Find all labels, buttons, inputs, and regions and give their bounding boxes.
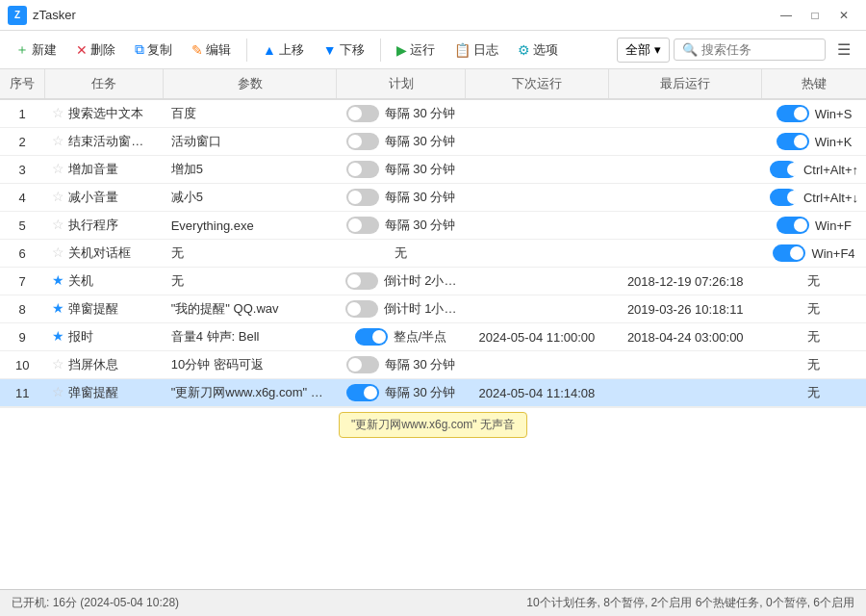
search-input[interactable] bbox=[701, 42, 817, 57]
header-lastrun: 最后运行 bbox=[609, 69, 762, 99]
hotkey-toggle[interactable] bbox=[770, 189, 798, 206]
options-button[interactable]: ⚙ 选项 bbox=[510, 38, 566, 63]
window-controls: — □ ✕ bbox=[772, 2, 858, 29]
star-icon[interactable]: ☆ bbox=[52, 161, 64, 176]
schedule-toggle[interactable] bbox=[346, 189, 379, 206]
table-row[interactable]: 10☆挡屏休息10分钟 密码可返每隔 30 分钟无 bbox=[0, 351, 866, 379]
star-icon[interactable]: ★ bbox=[52, 328, 64, 344]
gear-icon: ⚙ bbox=[518, 42, 530, 58]
schedule-toggle[interactable] bbox=[345, 300, 378, 318]
cell-nextrun: 2024-05-04 11:14:08 bbox=[465, 379, 608, 407]
cell-lastrun bbox=[609, 212, 762, 240]
table-row[interactable]: 6☆关机对话框无无Win+F4 bbox=[0, 240, 866, 268]
new-button[interactable]: ＋ 新建 bbox=[8, 38, 64, 63]
cell-schedule: 整点/半点 bbox=[337, 323, 466, 351]
log-icon: 📋 bbox=[454, 42, 471, 58]
cell-hotkey: Win+F4 bbox=[762, 240, 866, 268]
hotkey-toggle[interactable] bbox=[777, 133, 809, 150]
task-name-text: 弹窗提醒 bbox=[68, 385, 118, 399]
hotkey-text: Ctrl+Alt+↓ bbox=[803, 191, 858, 205]
task-name-text: 增加音量 bbox=[68, 162, 118, 176]
minimize-button[interactable]: — bbox=[772, 2, 801, 29]
schedule-text: 每隔 30 分钟 bbox=[385, 133, 456, 150]
table-row[interactable]: 8★弹窗提醒"我的提醒" QQ.wav倒计时 1小…2019-03-26 10:… bbox=[0, 295, 866, 323]
cell-nextrun bbox=[465, 212, 608, 240]
hotkey-toggle[interactable] bbox=[770, 161, 798, 178]
task-name-text: 搜索选中文本 bbox=[68, 106, 143, 120]
schedule-text: 每隔 30 分钟 bbox=[385, 105, 456, 122]
task-name-text: 关机 bbox=[68, 273, 93, 288]
table-body: 1☆搜索选中文本百度每隔 30 分钟Win+S2☆结束活动窗…活动窗口每隔 30… bbox=[0, 99, 866, 407]
cell-schedule: 无 bbox=[337, 240, 466, 268]
schedule-toggle[interactable] bbox=[346, 384, 379, 401]
hotkey-toggle[interactable] bbox=[777, 105, 809, 122]
cell-schedule: 倒计时 2小… bbox=[337, 268, 466, 295]
schedule-toggle[interactable] bbox=[346, 356, 379, 373]
star-icon[interactable]: ☆ bbox=[52, 356, 64, 372]
status-bar: 已开机: 16分 (2024-05-04 10:28) 10个计划任务, 8个暂… bbox=[0, 589, 866, 616]
star-icon[interactable]: ☆ bbox=[52, 244, 64, 260]
toolbar: ＋ 新建 ✕ 删除 ⧉ 复制 ✎ 编辑 ▲ 上移 ▼ 下移 ▶ 运行 📋 日志 … bbox=[0, 31, 866, 69]
hotkey-text: Ctrl+Alt+↑ bbox=[803, 163, 858, 177]
schedule-toggle[interactable] bbox=[355, 328, 388, 346]
app-icon: Z bbox=[8, 6, 27, 25]
cell-schedule: 每隔 30 分钟 bbox=[337, 156, 466, 184]
schedule-text: 每隔 30 分钟 bbox=[385, 161, 456, 178]
filter-dropdown[interactable]: 全部 ▾ bbox=[617, 38, 670, 63]
table-row[interactable]: 2☆结束活动窗…活动窗口每隔 30 分钟Win+K bbox=[0, 128, 866, 156]
down-button[interactable]: ▼ 下移 bbox=[316, 38, 372, 63]
table-row[interactable]: 5☆执行程序Everything.exe每隔 30 分钟Win+F bbox=[0, 212, 866, 240]
plus-icon: ＋ bbox=[15, 41, 29, 59]
schedule-toggle[interactable] bbox=[346, 217, 379, 234]
table-row[interactable]: 4☆减小音量减小5每隔 30 分钟Ctrl+Alt+↓ bbox=[0, 184, 866, 212]
search-box: 🔍 bbox=[674, 38, 826, 61]
run-icon: ▶ bbox=[396, 42, 407, 58]
task-table: 序号 任务 参数 计划 下次运行 最后运行 热键 1☆搜索选中文本百度每隔 30… bbox=[0, 69, 866, 407]
schedule-toggle[interactable] bbox=[345, 272, 378, 290]
copy-icon: ⧉ bbox=[135, 41, 144, 58]
cell-num: 5 bbox=[0, 212, 44, 240]
close-button[interactable]: ✕ bbox=[829, 2, 858, 29]
star-icon[interactable]: ☆ bbox=[52, 217, 64, 232]
star-icon[interactable]: ★ bbox=[52, 300, 64, 316]
cell-lastrun: 2018-04-24 03:00:00 bbox=[609, 323, 762, 351]
table-row[interactable]: 7★关机无倒计时 2小…2018-12-19 07:26:18无 bbox=[0, 268, 866, 295]
cell-task: ☆搜索选中文本 bbox=[44, 99, 163, 128]
cell-param: 活动窗口 bbox=[164, 128, 337, 156]
hotkey-toggle[interactable] bbox=[773, 244, 805, 262]
table-row[interactable]: 9★报时音量4 钟声: Bell整点/半点2024-05-04 11:00:00… bbox=[0, 323, 866, 351]
search-icon: 🔍 bbox=[682, 42, 698, 57]
log-button[interactable]: 📋 日志 bbox=[446, 38, 506, 63]
list-view-button[interactable]: ☰ bbox=[829, 37, 858, 63]
star-icon[interactable]: ☆ bbox=[52, 189, 64, 204]
schedule-toggle[interactable] bbox=[346, 133, 379, 150]
delete-button[interactable]: ✕ 删除 bbox=[68, 38, 123, 63]
table-row[interactable]: 11☆弹窗提醒"更新刀网www.x6g.com" 无…每隔 30 分钟2024-… bbox=[0, 379, 866, 407]
maximize-button[interactable]: □ bbox=[801, 2, 829, 29]
cell-lastrun bbox=[609, 128, 762, 156]
star-icon[interactable]: ☆ bbox=[52, 384, 64, 399]
cell-param: 无 bbox=[164, 240, 337, 268]
table-row[interactable]: 1☆搜索选中文本百度每隔 30 分钟Win+S bbox=[0, 99, 866, 128]
star-icon[interactable]: ★ bbox=[52, 272, 64, 288]
run-button[interactable]: ▶ 运行 bbox=[389, 38, 443, 63]
table-row[interactable]: 3☆增加音量增加5每隔 30 分钟Ctrl+Alt+↑ bbox=[0, 156, 866, 184]
schedule-toggle[interactable] bbox=[346, 161, 379, 178]
cell-hotkey: Win+K bbox=[762, 128, 866, 156]
cell-num: 8 bbox=[0, 295, 44, 323]
cell-num: 7 bbox=[0, 268, 44, 295]
copy-button[interactable]: ⧉ 复制 bbox=[127, 38, 180, 63]
hotkey-toggle[interactable] bbox=[777, 217, 809, 234]
separator-2 bbox=[380, 38, 381, 62]
status-left: 已开机: 16分 (2024-05-04 10:28) bbox=[12, 595, 526, 611]
cell-hotkey: 无 bbox=[762, 379, 866, 407]
cell-lastrun: 2018-12-19 07:26:18 bbox=[609, 268, 762, 295]
star-icon[interactable]: ☆ bbox=[52, 105, 64, 120]
up-button[interactable]: ▲ 上移 bbox=[255, 38, 312, 63]
up-icon: ▲ bbox=[263, 42, 276, 58]
header-param: 参数 bbox=[164, 69, 337, 99]
star-icon[interactable]: ☆ bbox=[52, 133, 64, 148]
schedule-toggle[interactable] bbox=[346, 105, 379, 122]
cell-num: 1 bbox=[0, 99, 44, 128]
edit-button[interactable]: ✎ 编辑 bbox=[184, 38, 239, 63]
